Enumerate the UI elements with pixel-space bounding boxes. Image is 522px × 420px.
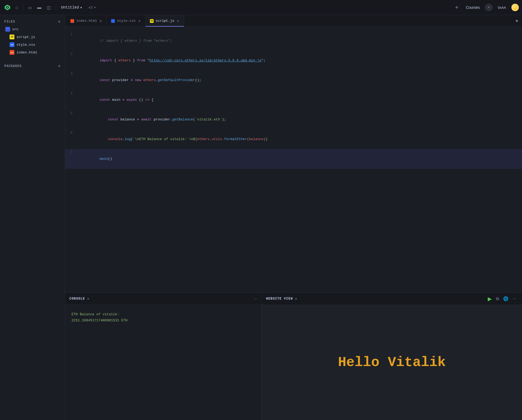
console-content: ETH Balance of vitalik: 2251.10945171740… (65, 305, 262, 420)
console-panel: CONSOLE × ··· ETH Balance of vitalik: 22… (65, 293, 262, 420)
chevron-down-icon: ▾ (80, 5, 82, 10)
add-file-button[interactable]: + (58, 19, 61, 24)
tab-close-style-css[interactable]: × (138, 19, 141, 23)
line-number: 1 (65, 31, 79, 38)
avatar[interactable]: 0 (485, 4, 492, 11)
website-close-button[interactable]: × (295, 297, 297, 301)
code-line-5: 5 const balance = await provider.getBala… (65, 110, 522, 129)
files-section: FILES + src JS script.js (0, 15, 65, 60)
code-line-2: 2 import { ethers } from "https://cdn-co… (65, 51, 522, 70)
line-number: 5 (65, 110, 79, 116)
website-more-button[interactable]: ··· (511, 295, 518, 302)
console-close-button[interactable]: × (87, 297, 89, 301)
separator2 (56, 4, 56, 11)
tab-close-script-js[interactable]: × (176, 19, 180, 23)
home-button[interactable]: ⌂ (14, 4, 20, 11)
line-content: main() (79, 149, 522, 169)
line-content: const main = async () => { (79, 90, 522, 110)
folder-icon (5, 27, 10, 32)
svg-rect-8 (71, 19, 74, 23)
code-line-6: 6 console.log(`\nETH Balance of vitalik:… (65, 129, 522, 149)
theme-toggle[interactable]: 🌙 (511, 4, 519, 11)
main-layout: FILES + src JS script.js (0, 15, 522, 420)
code-line-3: 3 const provider = new ethers.getDefault… (65, 70, 522, 90)
line-number: 4 (65, 90, 79, 97)
tab-index-html[interactable]: index.html × (66, 15, 107, 27)
top-bar-right: + Courses 0 0xAA 🌙 (453, 3, 519, 12)
console-title: CONSOLE (69, 297, 85, 301)
line-number: 7 (65, 149, 79, 156)
packages-section: PACKAGES + (0, 60, 65, 73)
line-content: // import { ethers } from "ethers"; (79, 31, 522, 51)
console-more-button[interactable]: ··· (254, 296, 257, 301)
new-tab-button[interactable]: + (453, 3, 461, 12)
website-header: WEBSITE VIEW × ▶ ⧉ 🌐 ··· (262, 293, 522, 305)
website-content: Hello Vitalik (262, 305, 522, 420)
svg-rect-9 (111, 19, 115, 23)
top-bar: ⌂ ▭ ▬ ◫ Untitled ▾ v1 ▾ + Courses 0 0xAA… (0, 0, 522, 15)
add-package-button[interactable]: + (58, 64, 61, 69)
console-output-line1: ETH Balance of vitalik: (71, 311, 255, 317)
toggle-sidebar-button[interactable]: ▭ (26, 4, 33, 11)
sidebar-item-label: index.html (16, 51, 37, 54)
html-file-icon: HTML (10, 50, 14, 55)
line-number: 6 (65, 130, 79, 136)
hex-button[interactable]: 0xAA (496, 5, 508, 11)
code-line-4: 4 const main = async () => { (65, 90, 522, 110)
duplicate-button[interactable]: ⧉ (494, 295, 500, 302)
console-output-line2: 2251.109451717408901531 ETH (71, 317, 255, 324)
packages-header: PACKAGES + (0, 63, 65, 70)
editor-settings-button[interactable]: ✦ (515, 18, 519, 24)
tab-bar-right: ✦ (515, 18, 521, 24)
version-chevron-icon: ▾ (94, 5, 96, 10)
toggle-layout-button[interactable]: ◫ (45, 4, 52, 11)
code-line-1: 1 // import { ethers } from "ethers"; (65, 31, 522, 51)
sidebar-item-script-js[interactable]: JS script.js (1, 33, 64, 41)
tab-close-index-html[interactable]: × (99, 19, 102, 23)
tab-script-js[interactable]: JS script.js × (146, 15, 184, 27)
tab-style-css[interactable]: style.css × (107, 15, 145, 27)
website-panel: WEBSITE VIEW × ▶ ⧉ 🌐 ··· Hello Vitalik (262, 293, 522, 420)
sidebar-item-index-html[interactable]: HTML index.html (1, 49, 64, 56)
sidebar-item-label: src (12, 27, 18, 31)
files-header: FILES + (0, 18, 65, 25)
code-editor[interactable]: 1 // import { ethers } from "ethers"; 2 … (65, 27, 522, 292)
sidebar-item-style-css[interactable]: CSS style.css (1, 41, 64, 48)
website-actions: ▶ ⧉ 🌐 ··· (486, 295, 518, 303)
toggle-bottom-button[interactable]: ▬ (36, 4, 43, 11)
bottom-panel: CONSOLE × ··· ETH Balance of vitalik: 22… (65, 292, 522, 420)
tab-css-icon (111, 19, 115, 23)
separator (23, 4, 23, 11)
editor-area: index.html × style.css × JS script.js × … (65, 15, 522, 420)
tab-html-icon (70, 19, 74, 23)
tab-js-icon: JS (150, 19, 154, 23)
project-name[interactable]: Untitled ▾ (59, 4, 85, 11)
svg-text:CSS: CSS (11, 44, 14, 46)
line-number: 3 (65, 71, 79, 77)
line-number: 2 (65, 51, 79, 57)
line-content: import { ethers } from "https://cdn-cors… (79, 51, 522, 70)
js-file-icon: JS (10, 35, 14, 39)
code-line-7: 7 main() (65, 149, 522, 169)
courses-button[interactable]: Courses (464, 4, 482, 11)
tab-bar: index.html × style.css × JS script.js × … (65, 15, 522, 27)
line-content: const balance = await provider.getBalanc… (79, 110, 522, 129)
line-content: const provider = new ethers.getDefaultPr… (79, 71, 522, 90)
website-title: WEBSITE VIEW (266, 297, 293, 301)
svg-text:HTML: HTML (11, 52, 14, 54)
version-badge[interactable]: v1 ▾ (86, 4, 98, 11)
sidebar: FILES + src JS script.js (0, 15, 65, 420)
css-file-icon: CSS (10, 42, 14, 47)
website-hello-text: Hello Vitalik (338, 355, 446, 370)
run-button[interactable]: ▶ (486, 295, 493, 303)
console-header: CONSOLE × ··· (65, 293, 262, 305)
sidebar-item-src[interactable]: src (1, 26, 64, 33)
app-logo[interactable] (3, 3, 12, 12)
sidebar-item-label: script.js (16, 35, 35, 39)
globe-button[interactable]: 🌐 (502, 295, 510, 302)
sidebar-item-label: style.css (16, 43, 35, 47)
line-content: console.log(`\nETH Balance of vitalik: \… (79, 130, 522, 149)
